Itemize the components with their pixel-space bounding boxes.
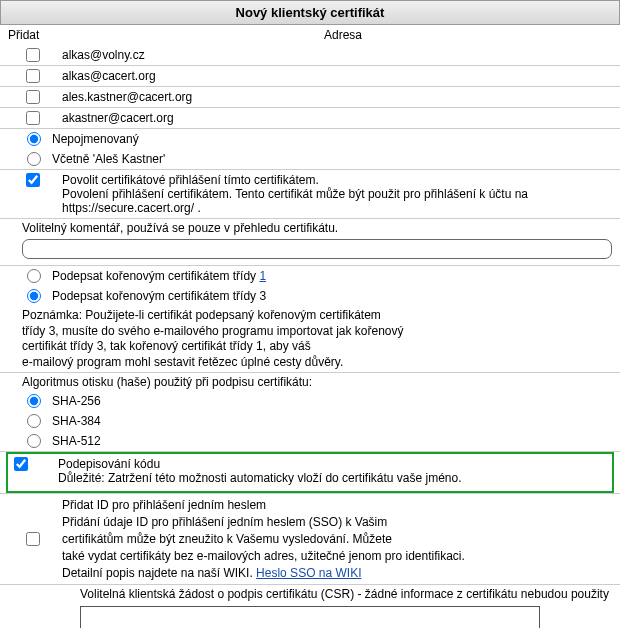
email-checkbox-3[interactable]: [26, 111, 40, 125]
sso-line4: také vydat certifikáty bez e-mailových a…: [62, 548, 612, 565]
radio-sign-class3[interactable]: [27, 289, 41, 303]
email-row-2: ales.kastner@cacert.org: [0, 87, 620, 107]
sso-checkbox[interactable]: [26, 532, 40, 546]
allow-login-line2: Povolení přihlášení certifikátem. Tento …: [62, 187, 612, 215]
email-label-0: alkas@volny.cz: [58, 48, 612, 62]
hash-sha384-row: SHA-384: [0, 411, 620, 431]
email-checkbox-0[interactable]: [26, 48, 40, 62]
header-address: Adresa: [74, 28, 612, 42]
csr-area: [0, 603, 620, 628]
allow-login-checkbox[interactable]: [26, 173, 40, 187]
sso-line5a: Detailní popis najdete na naší WIKI.: [62, 566, 256, 580]
radio-including-name[interactable]: [27, 152, 41, 166]
sign-note-4: e-mailový program mohl sestavit řetězec …: [22, 355, 612, 371]
label-sign-class1: Podepsat kořenovým certifikátem třídy 1: [48, 269, 612, 283]
sso-wiki-link[interactable]: Heslo SSO na WIKI: [256, 566, 361, 580]
label-sha384: SHA-384: [48, 414, 612, 428]
email-label-3: akastner@cacert.org: [58, 111, 612, 125]
codesign-line1: Podepisování kódu: [58, 457, 462, 471]
csr-textarea[interactable]: [80, 606, 540, 628]
sso-row: Přidat ID pro přihlášení jedním heslem P…: [0, 494, 620, 584]
sign-note-3: certifikát třídy 3, tak kořenový certifi…: [22, 339, 612, 355]
column-headers: Přidat Adresa: [0, 25, 620, 45]
sso-line1: Přidat ID pro přihlášení jedním heslem: [62, 497, 612, 514]
label-sha256: SHA-256: [48, 394, 612, 408]
codesigning-checkbox[interactable]: [14, 457, 28, 471]
codesign-line2: Důležité: Zatržení této možnosti automat…: [58, 471, 462, 485]
comment-input-row: [0, 237, 620, 261]
email-row-1: alkas@cacert.org: [0, 66, 620, 86]
email-row-0: alkas@volny.cz: [0, 45, 620, 65]
label-unnamed: Nepojmenovaný: [48, 132, 612, 146]
email-label-1: alkas@cacert.org: [58, 69, 612, 83]
codesigning-row: Podepisování kódu Důležité: Zatržení tét…: [6, 452, 614, 493]
name-option-including-row: Včetně 'Aleš Kastner': [0, 149, 620, 169]
sign-class1-link[interactable]: 1: [259, 269, 266, 283]
radio-sha512[interactable]: [27, 434, 41, 448]
allow-login-line1: Povolit certifikátové přihlášení tímto c…: [62, 173, 612, 187]
sign-note-1: Poznámka: Použijete-li certifikát podeps…: [22, 308, 612, 324]
hash-sha256-row: SHA-256: [0, 391, 620, 411]
sign-class3-row: Podepsat kořenovým certifikátem třídy 3: [0, 286, 620, 306]
email-checkbox-1[interactable]: [26, 69, 40, 83]
hash-label: Algoritmus otisku (haše) použitý při pod…: [0, 373, 620, 391]
label-including-name: Včetně 'Aleš Kastner': [48, 152, 612, 166]
label-sign-class3: Podepsat kořenovým certifikátem třídy 3: [48, 289, 612, 303]
label-sha512: SHA-512: [48, 434, 612, 448]
sso-line2: Přidání údaje ID pro přihlášení jedním h…: [62, 514, 612, 531]
header-add: Přidat: [8, 28, 74, 42]
sign-note-2: třídy 3, musíte do svého e-mailového pro…: [22, 324, 612, 340]
sso-label: Přidat ID pro přihlášení jedním heslem P…: [58, 497, 612, 581]
sign-note: Poznámka: Použijete-li certifikát podeps…: [0, 306, 620, 372]
sso-line3: certifikátům může být zneužito k Vašemu …: [62, 531, 612, 548]
email-checkbox-2[interactable]: [26, 90, 40, 104]
radio-sign-class1[interactable]: [27, 269, 41, 283]
csr-label: Volitelná klientská žádost o podpis cert…: [0, 585, 620, 603]
name-option-unnamed-row: Nepojmenovaný: [0, 129, 620, 149]
comment-input[interactable]: [22, 239, 612, 259]
radio-sha384[interactable]: [27, 414, 41, 428]
allow-login-row: Povolit certifikátové přihlášení tímto c…: [0, 170, 620, 218]
email-label-2: ales.kastner@cacert.org: [58, 90, 612, 104]
radio-unnamed[interactable]: [27, 132, 41, 146]
allow-login-label: Povolit certifikátové přihlášení tímto c…: [58, 173, 612, 215]
codesigning-label: Podepisování kódu Důležité: Zatržení tét…: [58, 457, 462, 485]
comment-label: Volitelný komentář, používá se pouze v p…: [0, 219, 620, 237]
radio-sha256[interactable]: [27, 394, 41, 408]
email-row-3: akastner@cacert.org: [0, 108, 620, 128]
sign-class1-row: Podepsat kořenovým certifikátem třídy 1: [0, 266, 620, 286]
hash-sha512-row: SHA-512: [0, 431, 620, 451]
form-title: Nový klientský certifikát: [0, 0, 620, 25]
sign-class1-text: Podepsat kořenovým certifikátem třídy: [52, 269, 259, 283]
